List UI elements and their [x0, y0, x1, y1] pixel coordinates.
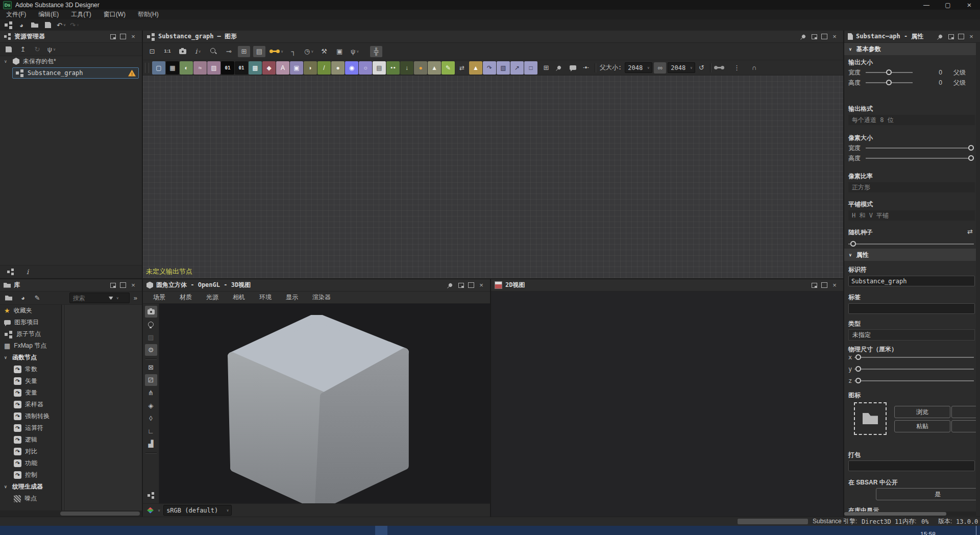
close-button[interactable]: ×	[128, 281, 138, 290]
chevron-down-icon[interactable]: ∨	[4, 355, 9, 360]
maximize-button[interactable]: ▢	[937, 0, 959, 10]
shape-node-button[interactable]: ◐	[180, 61, 193, 75]
flood-fill-node-button[interactable]: ◆	[262, 61, 276, 75]
close-button[interactable]: ×	[829, 32, 840, 41]
save-button[interactable]	[3, 44, 15, 55]
section-attributes[interactable]: ∨ 属性	[844, 249, 980, 261]
library-item[interactable]: ↷常数	[0, 363, 61, 375]
library-item[interactable]: 噪点	[0, 493, 61, 504]
library-item[interactable]: ↷运算符	[0, 422, 61, 434]
shape-circle-node-button[interactable]: ○	[359, 61, 372, 75]
curve-node-node-button[interactable]: ↷	[483, 61, 496, 75]
section-basic-parameters[interactable]: ∨ 基本参数	[844, 43, 980, 55]
link-create-button[interactable]	[713, 62, 725, 74]
mesh-rotor-button[interactable]: ⋔	[145, 387, 157, 399]
library-item[interactable]: ∨纹理生成器	[0, 481, 61, 493]
physical-size-y-slider[interactable]	[854, 366, 974, 372]
snap-grid-button[interactable]: ╬	[370, 46, 382, 57]
explorer-tree-tab[interactable]	[4, 266, 16, 278]
library-item[interactable]: ↷对比	[0, 446, 61, 457]
open-button[interactable]	[29, 19, 41, 31]
slider-knob[interactable]	[855, 366, 861, 372]
view3d-menu-item[interactable]: 场景	[146, 293, 173, 302]
new-substance-button[interactable]	[2, 19, 14, 31]
mesh-plane-hires-button[interactable]: ◊	[145, 412, 157, 424]
new-package-button[interactable]: ◕	[15, 19, 28, 31]
float-button[interactable]	[809, 281, 819, 290]
scrollbar-thumb[interactable]	[60, 512, 140, 516]
float-button[interactable]	[809, 32, 819, 41]
close-button[interactable]: ×	[959, 0, 980, 10]
menu-item[interactable]: 编辑(E)	[32, 10, 65, 19]
scene-tree-button[interactable]	[145, 490, 157, 501]
parent-width-dropdown[interactable]: 2048 ∨	[625, 62, 652, 73]
height-parent-label[interactable]: 父级	[953, 79, 966, 87]
slider-knob[interactable]	[886, 80, 892, 85]
screenshot-button[interactable]	[177, 46, 189, 57]
width-parent-label[interactable]: 父级	[953, 68, 966, 77]
maximize-button[interactable]	[466, 281, 476, 290]
paste-button[interactable]: 粘贴	[894, 420, 950, 432]
fx-map-node-button[interactable]: ▦	[166, 61, 179, 75]
tiling-field[interactable]: H 和 V 平铺	[848, 210, 975, 221]
view3d-menu-item[interactable]: 环境	[252, 293, 279, 302]
export-button[interactable]: ↥	[17, 44, 29, 55]
library-item[interactable]: 图形项目	[0, 317, 61, 328]
link-size-button[interactable]: ∞	[654, 62, 666, 74]
transform-node-button[interactable]: ▣	[290, 61, 303, 75]
gradient-node-node-button[interactable]: ▧	[497, 61, 510, 75]
undo-button[interactable]: ↶∨	[55, 19, 67, 31]
scatter-node-button[interactable]: ••	[386, 61, 400, 75]
physical-size-x-slider[interactable]	[854, 354, 974, 360]
output-format-field[interactable]: 每个通道 8 位	[848, 115, 975, 125]
colorspace-dropdown[interactable]: sRGB (default) ∨	[163, 505, 232, 516]
pin-comment-button[interactable]	[553, 62, 566, 74]
chevron-down-icon[interactable]: ∨	[4, 59, 9, 64]
camera-display-button[interactable]	[145, 306, 157, 318]
properties-vscrollbar[interactable]	[976, 43, 980, 517]
search-input[interactable]	[72, 294, 107, 302]
zoom-button[interactable]	[207, 46, 219, 57]
package-row[interactable]: ∨ 未保存的包*	[0, 56, 142, 66]
levels-node-button[interactable]: /	[317, 61, 331, 75]
select-region-node-button[interactable]: ▢	[152, 61, 165, 75]
save-all-button[interactable]	[42, 19, 54, 31]
library-item[interactable]: ↷控制	[0, 469, 61, 481]
view3d-menu-item[interactable]: 光源	[199, 293, 226, 302]
library-more-button[interactable]: »	[132, 295, 139, 301]
graph-row-selected[interactable]: Substance_graph !	[12, 67, 139, 79]
tag-input[interactable]	[848, 303, 975, 314]
chevron-down-icon[interactable]: ∨	[4, 484, 9, 489]
value-01-node-button[interactable]: 01	[221, 61, 234, 75]
maximize-button[interactable]	[118, 32, 128, 41]
library-item[interactable]: ▦FxMap 节点	[0, 340, 61, 352]
dot-node-button[interactable]: ●	[414, 61, 427, 75]
scrollbar-thumb[interactable]	[844, 512, 946, 516]
slider-knob[interactable]	[968, 145, 974, 151]
histogram-node-button[interactable]: ▲	[428, 61, 441, 75]
slider-knob[interactable]	[855, 378, 861, 383]
library-item[interactable]: ↷采样器	[0, 399, 61, 410]
thumbnails-button[interactable]: ▣	[333, 46, 346, 57]
reset-size-button[interactable]: ↺	[695, 62, 707, 74]
browse-button[interactable]: 浏览	[894, 406, 950, 418]
blur-node-button[interactable]: ●	[331, 61, 345, 75]
view3d-menu-item[interactable]: 显示	[279, 293, 305, 302]
library-item[interactable]: ∨函数节点	[0, 352, 61, 363]
mesh-plane-button[interactable]: ⊠	[145, 361, 157, 373]
gizmo-button[interactable]: ∟	[145, 425, 157, 437]
maximize-button[interactable]	[819, 281, 829, 290]
float-button[interactable]	[456, 281, 466, 290]
mesh-rounded-cube-button[interactable]: ◈	[145, 400, 157, 411]
explorer-info-tab[interactable]: i	[21, 266, 34, 278]
text-node-button[interactable]: A	[276, 61, 289, 75]
comment-button[interactable]	[567, 62, 579, 74]
clean-button[interactable]: ψ∨	[349, 46, 361, 57]
maximize-button[interactable]	[819, 32, 829, 41]
maximize-button[interactable]	[956, 32, 966, 41]
layers-view-button[interactable]: ▤	[253, 46, 265, 57]
randomize-icon[interactable]: ⇄	[967, 228, 973, 235]
minimize-button[interactable]: —	[916, 0, 937, 10]
library-item[interactable]: 原子节点	[0, 328, 61, 340]
new-folder-button[interactable]	[3, 293, 15, 304]
